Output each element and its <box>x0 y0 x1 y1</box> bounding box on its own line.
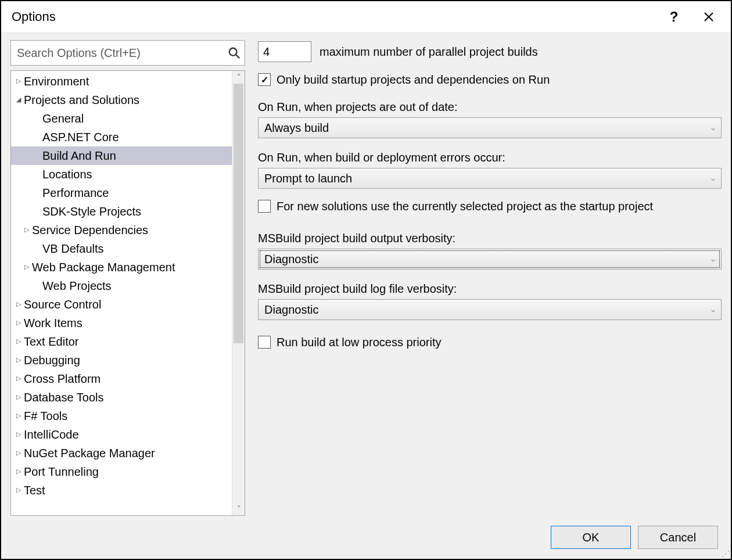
close-button[interactable] <box>697 5 720 28</box>
tree-item-service-dependencies[interactable]: ▷Service Dependencies <box>11 221 232 239</box>
only-startup-row[interactable]: Only build startup projects and dependen… <box>258 71 722 88</box>
scroll-down-icon[interactable]: ˅ <box>237 502 241 515</box>
tree-item-sdk-style-projects[interactable]: SDK-Style Projects <box>11 202 232 221</box>
search-input[interactable] <box>10 40 245 66</box>
build-errors-value: Prompt to launch <box>264 172 352 185</box>
tree-item-text-editor[interactable]: ▷Text Editor <box>11 332 232 351</box>
build-errors-combo[interactable]: Prompt to launch ⌵ <box>258 168 722 189</box>
tree-item-label: Environment <box>24 73 89 91</box>
tree-item-label: Work Items <box>24 314 82 332</box>
tree-item-vb-defaults[interactable]: VB Defaults <box>11 239 232 258</box>
tree-item-label: Debugging <box>24 351 80 369</box>
tree-item-label: IntelliCode <box>24 426 79 444</box>
arrow-collapsed-icon: ▷ <box>15 336 23 346</box>
arrow-collapsed-icon: ▷ <box>15 485 23 495</box>
log-verbosity-label: MSBuild project build log file verbosity… <box>258 282 722 296</box>
tree-item-f-tools[interactable]: ▷F# Tools <box>11 407 232 425</box>
arrow-collapsed-icon: ▷ <box>15 448 23 458</box>
tree-item-label: General <box>42 110 84 128</box>
log-verbosity-value: Diagnostic <box>264 303 318 317</box>
tree-item-build-and-run[interactable]: Build And Run <box>11 146 232 165</box>
tree-item-label: Text Editor <box>24 333 78 351</box>
tree-item-label: SDK-Style Projects <box>42 203 141 221</box>
tree-item-label: Performance <box>42 184 109 202</box>
scroll-track[interactable] <box>232 84 245 502</box>
arrow-collapsed-icon: ▷ <box>15 355 23 365</box>
tree-item-performance[interactable]: Performance <box>11 184 232 202</box>
arrow-collapsed-icon: ▷ <box>15 299 23 309</box>
options-tree[interactable]: ▷Environment◢Projects and SolutionsGener… <box>11 71 232 515</box>
chevron-down-icon: ⌵ <box>711 255 715 263</box>
scroll-up-icon[interactable]: ˄ <box>237 71 241 84</box>
only-startup-checkbox[interactable] <box>258 73 271 86</box>
parallel-builds-label: maximum number of parallel project build… <box>320 45 538 59</box>
scroll-thumb[interactable] <box>234 84 243 343</box>
chevron-down-icon: ⌵ <box>711 306 715 314</box>
out-of-date-value: Always build <box>264 121 329 135</box>
arrow-collapsed-icon: ▷ <box>15 411 23 421</box>
tree-item-label: Source Control <box>24 296 101 314</box>
help-button[interactable]: ? <box>662 5 686 28</box>
tree-item-label: Port Tunneling <box>24 463 99 481</box>
arrow-collapsed-icon: ▷ <box>15 76 23 86</box>
resize-grip-icon[interactable]: ⋰ <box>722 550 730 558</box>
build-errors-label: On Run, when build or deployment errors … <box>258 151 722 164</box>
log-verbosity-combo[interactable]: Diagnostic ⌵ <box>258 299 722 320</box>
new-solutions-row[interactable]: For new solutions use the currently sele… <box>258 198 722 214</box>
arrow-collapsed-icon: ▷ <box>23 262 31 272</box>
chevron-down-icon: ⌵ <box>711 174 715 182</box>
tree-item-locations[interactable]: Locations <box>11 165 232 184</box>
tree-item-test[interactable]: ▷Test <box>11 481 232 500</box>
tree-item-nuget-package-manager[interactable]: ▷NuGet Package Manager <box>11 444 232 462</box>
new-solutions-label: For new solutions use the currently sele… <box>277 198 653 214</box>
tree-item-label: Cross Platform <box>24 370 101 388</box>
new-solutions-checkbox[interactable] <box>258 200 271 213</box>
arrow-collapsed-icon: ▷ <box>15 392 23 402</box>
out-of-date-combo[interactable]: Always build ⌵ <box>258 117 722 138</box>
tree-item-debugging[interactable]: ▷Debugging <box>11 351 232 369</box>
output-verbosity-combo[interactable]: Diagnostic ⌵ <box>258 249 722 270</box>
out-of-date-label: On Run, when projects are out of date: <box>258 100 722 114</box>
tree-item-label: F# Tools <box>24 407 67 425</box>
tree-item-intellicode[interactable]: ▷IntelliCode <box>11 425 232 444</box>
window-title: Options <box>12 9 651 24</box>
low-priority-row[interactable]: Run build at low process priority <box>258 334 722 350</box>
arrow-collapsed-icon: ▷ <box>15 318 23 328</box>
tree-item-label: ASP.NET Core <box>42 128 119 146</box>
tree-item-label: Web Package Management <box>32 259 175 277</box>
arrow-collapsed-icon: ▷ <box>15 374 23 383</box>
titlebar: Options ? <box>1 1 731 33</box>
tree-item-label: NuGet Package Manager <box>24 444 155 462</box>
low-priority-checkbox[interactable] <box>258 336 271 349</box>
only-startup-label: Only build startup projects and dependen… <box>277 71 550 88</box>
left-column: ▷Environment◢Projects and SolutionsGener… <box>10 40 245 516</box>
tree-item-label: Database Tools <box>24 389 104 407</box>
tree-item-label: Service Dependencies <box>32 221 148 239</box>
tree-item-cross-platform[interactable]: ▷Cross Platform <box>11 369 232 388</box>
tree-wrap: ▷Environment◢Projects and SolutionsGener… <box>10 70 245 516</box>
tree-item-label: VB Defaults <box>42 240 104 258</box>
arrow-expanded-icon: ◢ <box>15 95 23 105</box>
tree-item-label: Test <box>24 482 45 500</box>
tree-item-projects-and-solutions[interactable]: ◢Projects and Solutions <box>11 91 232 109</box>
main-area: ▷Environment◢Projects and SolutionsGener… <box>1 33 731 516</box>
tree-item-database-tools[interactable]: ▷Database Tools <box>11 388 232 407</box>
arrow-collapsed-icon: ▷ <box>15 466 23 476</box>
cancel-button[interactable]: Cancel <box>638 526 718 549</box>
tree-item-web-projects[interactable]: Web Projects <box>11 277 232 295</box>
chevron-down-icon: ⌵ <box>711 124 715 132</box>
tree-item-label: Locations <box>42 166 92 184</box>
search-wrap <box>10 40 245 66</box>
tree-item-environment[interactable]: ▷Environment <box>11 72 232 91</box>
tree-item-general[interactable]: General <box>11 109 232 128</box>
tree-item-label: Build And Run <box>42 147 116 165</box>
tree-item-web-package-management[interactable]: ▷Web Package Management <box>11 258 232 277</box>
ok-button[interactable]: OK <box>551 526 631 549</box>
tree-item-port-tunneling[interactable]: ▷Port Tunneling <box>11 462 232 481</box>
tree-item-asp-net-core[interactable]: ASP.NET Core <box>11 128 232 146</box>
tree-item-label: Projects and Solutions <box>24 91 139 109</box>
tree-item-work-items[interactable]: ▷Work Items <box>11 314 232 332</box>
parallel-builds-input[interactable] <box>258 41 311 62</box>
tree-item-source-control[interactable]: ▷Source Control <box>11 295 232 314</box>
tree-scrollbar[interactable]: ˄ ˅ <box>232 71 245 515</box>
